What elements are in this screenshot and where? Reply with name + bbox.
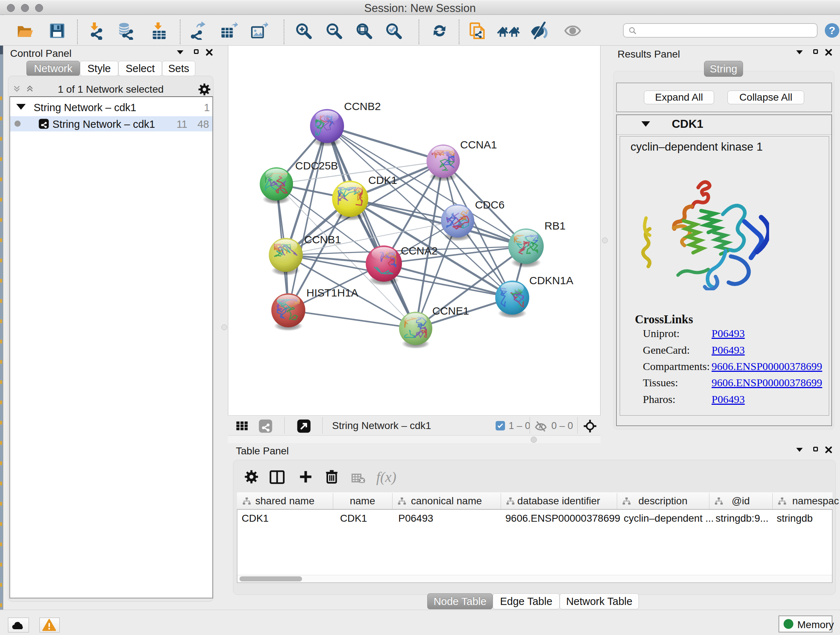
svg-text:CCNB1: CCNB1 [304,233,341,245]
svg-text:CDK1: CDK1 [368,174,397,186]
svg-text:CDC6: CDC6 [475,199,505,211]
svg-text:CCNE1: CCNE1 [432,305,469,317]
svg-text:HIST1H1A: HIST1H1A [306,287,358,299]
svg-text:CCNA1: CCNA1 [460,139,497,150]
svg-text:CCNB2: CCNB2 [344,100,381,112]
svg-text:CDC25B: CDC25B [295,160,338,172]
svg-text:CCNA2: CCNA2 [401,245,438,257]
svg-text:RB1: RB1 [545,220,565,232]
svg-text:CDKN1A: CDKN1A [529,274,573,287]
